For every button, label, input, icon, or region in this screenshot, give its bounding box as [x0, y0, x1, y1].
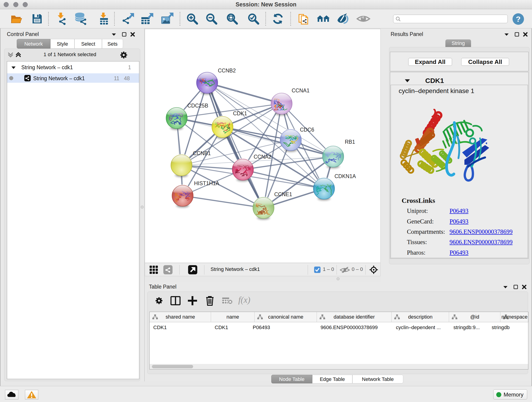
- svg-text:RB1: RB1: [345, 139, 355, 145]
- svg-text:CDC6: CDC6: [300, 127, 314, 133]
- svg-text:CDKN1A: CDKN1A: [335, 173, 356, 179]
- svg-text:CDK1: CDK1: [233, 110, 247, 116]
- svg-text:CCNB1: CCNB1: [193, 150, 211, 156]
- svg-text:CCNE1: CCNE1: [274, 191, 292, 197]
- svg-text:HIST1H1A: HIST1H1A: [194, 180, 220, 186]
- svg-text:CCNA1: CCNA1: [292, 88, 310, 94]
- svg-text:CCNB2: CCNB2: [218, 68, 236, 74]
- svg-text:CCNA2: CCNA2: [254, 154, 272, 160]
- svg-text:CDC25B: CDC25B: [187, 103, 208, 109]
